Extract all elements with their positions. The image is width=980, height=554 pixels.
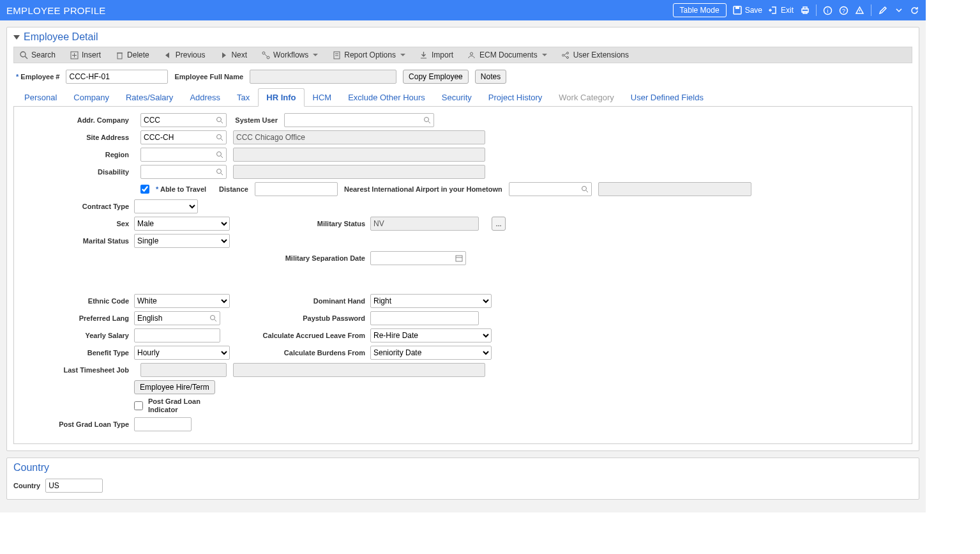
employee-detail-title[interactable]: Employee Detail [13,31,912,43]
tab-project-history[interactable]: Project History [480,88,551,107]
site-address-lookup[interactable] [140,130,227,144]
system-user-input[interactable] [285,114,421,127]
country-input[interactable] [45,479,103,493]
employee-full-name-label: Employee Full Name [174,73,243,81]
site-address-input[interactable] [141,131,213,144]
svg-point-25 [562,54,564,56]
ethnic-code-select[interactable]: White [134,294,230,308]
site-address-label: Site Address [19,134,134,141]
nearest-airport-input[interactable] [509,183,578,196]
sex-select[interactable]: Male [134,217,230,231]
exit-label: Exit [781,6,794,15]
calc-accrued-leave-select[interactable]: Re-Hire Date [370,328,492,342]
able-to-travel-checkbox[interactable] [140,185,149,194]
svg-rect-42 [456,256,462,261]
search-icon[interactable] [213,114,226,127]
tab-personal[interactable]: Personal [16,88,65,107]
next-button[interactable]: Next [219,50,247,59]
military-status-lookup-button[interactable]: ... [492,217,506,231]
paystub-password-input[interactable] [370,311,479,325]
search-icon[interactable] [213,148,226,161]
nearest-airport-desc [598,182,751,196]
svg-line-33 [428,121,430,123]
system-user-label: System User [233,116,278,124]
post-grad-loan-indicator-checkbox[interactable] [134,401,143,410]
tab-hcm[interactable]: HCM [305,88,340,107]
post-grad-loan-indicator-label: Post Grad Loan Indicator [148,397,212,414]
edit-button[interactable] [878,6,887,15]
calc-burdens-label: Calculate Burdens From [230,349,370,357]
country-panel-title: Country [13,462,912,473]
tab-tax[interactable]: Tax [229,88,258,107]
copy-employee-button[interactable]: Copy Employee [403,70,469,84]
delete-button[interactable]: Delete [115,50,149,59]
import-button[interactable]: Import [419,50,453,59]
military-sep-date-field[interactable] [370,251,466,265]
preferred-lang-input[interactable] [135,312,207,325]
search-icon[interactable] [421,114,433,127]
tab-security[interactable]: Security [433,88,480,107]
info-button[interactable]: i [823,6,833,15]
contract-type-label: Contract Type [19,203,134,210]
notes-button[interactable]: Notes [475,70,506,84]
tab-address[interactable]: Address [181,88,229,107]
disability-input[interactable] [141,165,213,178]
svg-point-44 [211,316,215,320]
dominant-hand-select[interactable]: Right [370,294,492,308]
save-label: Save [745,6,762,15]
preferred-lang-label: Preferred Lang [19,314,134,322]
contract-type-select[interactable] [134,199,198,213]
tab-hr-info[interactable]: HR Info [258,88,304,107]
employee-hire-term-button[interactable]: Employee Hire/Term [134,380,215,394]
ethnic-code-label: Ethnic Code [19,297,134,305]
tab-company[interactable]: Company [65,88,117,107]
print-button[interactable] [800,6,810,15]
alert-button[interactable] [855,6,864,15]
tab-rates-salary[interactable]: Rates/Salary [117,88,181,107]
search-icon[interactable] [213,131,226,144]
yearly-salary-input[interactable] [134,328,220,342]
disability-lookup[interactable] [140,165,227,179]
employee-number-input[interactable] [66,70,168,84]
workflows-button[interactable]: Workflows [261,50,318,59]
benefit-type-select[interactable]: Hourly [134,346,230,360]
table-mode-button[interactable]: Table Mode [673,3,727,17]
help-button[interactable]: ? [839,6,848,15]
search-icon[interactable] [207,312,220,325]
workflows-icon [261,50,270,59]
user-extensions-button[interactable]: User Extensions [561,50,629,59]
region-lookup[interactable] [140,148,227,162]
chevron-down-icon [894,6,903,15]
calc-burdens-select[interactable]: Seniority Date [370,346,492,360]
search-icon[interactable] [578,183,591,196]
previous-button[interactable]: Previous [163,50,206,59]
save-button[interactable]: Save [733,6,762,15]
distance-input[interactable] [255,182,338,196]
refresh-icon [910,6,919,15]
search-icon[interactable] [213,165,226,178]
report-options-button[interactable]: Report Options [332,50,405,59]
header-menu-button[interactable] [894,6,903,15]
exit-button[interactable]: Exit [769,6,794,15]
post-grad-loan-type-input[interactable] [134,417,192,431]
addr-company-input[interactable] [141,114,213,127]
insert-button[interactable]: Insert [70,50,101,59]
tab-user-defined-fields[interactable]: User Defined Fields [622,88,712,107]
refresh-button[interactable] [910,6,919,15]
svg-text:i: i [827,8,829,14]
calc-accrued-leave-label: Calculate Accrued Leave From [220,332,370,339]
military-sep-date-input[interactable] [371,252,453,265]
disability-label: Disability [19,168,134,176]
ecm-documents-button[interactable]: ECM Documents [467,50,547,59]
marital-status-select[interactable]: Single [134,234,230,248]
system-user-lookup[interactable] [284,113,434,127]
addr-company-lookup[interactable] [140,113,227,127]
region-input[interactable] [141,148,213,161]
tab-exclude-other-hours[interactable]: Exclude Other Hours [340,88,433,107]
search-button[interactable]: Search [19,50,56,59]
preferred-lang-lookup[interactable] [134,311,220,325]
svg-line-35 [221,139,223,141]
post-grad-loan-type-label: Post Grad Loan Type [19,420,134,428]
nearest-airport-lookup[interactable] [509,182,592,196]
calendar-icon[interactable] [453,252,465,265]
